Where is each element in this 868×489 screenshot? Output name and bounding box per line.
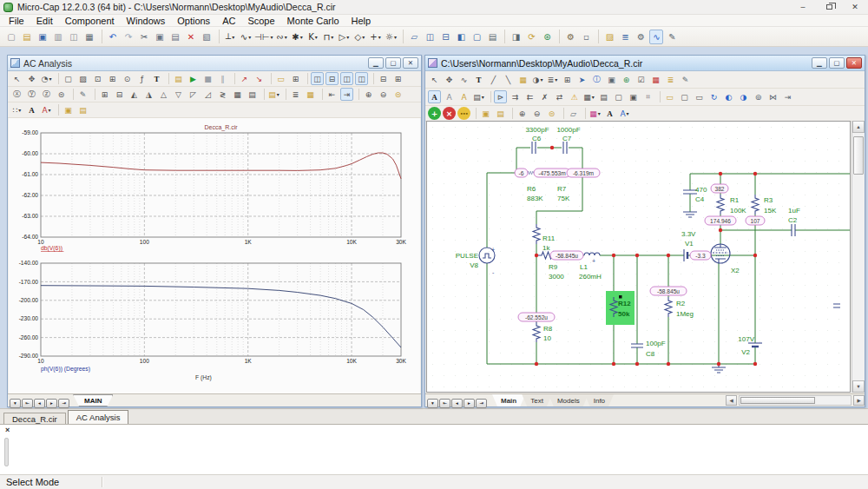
file-list-icon[interactable]: ▤ xyxy=(485,30,499,44)
zoom-out-icon[interactable]: ⊖ xyxy=(530,107,543,120)
axis-expression-label[interactable]: db(V(6)) xyxy=(41,245,62,252)
graphics-mode-icon[interactable]: ▨ xyxy=(76,72,89,85)
dropdown-arrow-icon[interactable]: ▾ xyxy=(232,34,234,40)
pan-mode-icon[interactable]: ✥ xyxy=(25,72,38,85)
show-pin-connections-icon[interactable]: ⊳ xyxy=(494,90,507,103)
function-mode-icon[interactable]: ƒ xyxy=(135,72,148,85)
dropdown-arrow-icon[interactable]: ▾ xyxy=(378,34,381,40)
component-c7[interactable]: 1000pF C7 xyxy=(556,126,580,154)
component-v8[interactable]: + - PULSE V8 xyxy=(456,247,495,275)
show-condition-icon[interactable]: ⇄ xyxy=(553,90,566,103)
overlap-windows-icon[interactable]: ◧ xyxy=(454,30,468,44)
paste-icon[interactable]: ▤ xyxy=(168,30,182,44)
last-page-button[interactable]: ⇥ xyxy=(58,399,69,408)
zoom-cursor-icon[interactable]: ⊜ xyxy=(391,88,404,101)
valley-icon[interactable]: ◮ xyxy=(142,88,155,101)
cursor-none-icon[interactable]: ◫ xyxy=(355,72,368,85)
mode-properties-icon[interactable]: ▭ xyxy=(663,90,676,103)
dropdown-arrow-icon[interactable]: ▾ xyxy=(331,34,333,40)
prev-page-button[interactable]: ◂ xyxy=(34,399,45,408)
grid-display-icon[interactable]: ▦▾ xyxy=(582,90,595,103)
dropdown-arrow-icon[interactable]: ▾ xyxy=(270,34,273,40)
run-icon[interactable]: ▶ xyxy=(187,72,200,85)
scroll-left-arrow[interactable]: ◀ xyxy=(726,395,737,406)
font-icon[interactable]: A xyxy=(25,103,38,116)
help-mode-icon[interactable]: ▣ xyxy=(605,73,618,86)
next-page-button[interactable]: ▸ xyxy=(46,399,57,408)
redo-icon[interactable]: ↷ xyxy=(122,30,135,44)
print-preview-icon[interactable]: ◫ xyxy=(67,30,81,44)
border-display-icon[interactable]: ▤ xyxy=(597,90,610,103)
opamp-component-icon[interactable]: ▷▾ xyxy=(337,30,351,44)
component-v2[interactable]: 107V V2 xyxy=(738,335,762,356)
pause-icon[interactable]: ∥ xyxy=(216,72,229,85)
new-file-icon[interactable]: ▢ xyxy=(4,30,18,44)
child-close-button[interactable]: ✕ xyxy=(403,57,418,69)
align-cursors-icon[interactable]: ⇤ xyxy=(326,88,339,101)
prev-page-button[interactable]: ◂ xyxy=(451,399,463,408)
pan-tool-icon[interactable]: ✥ xyxy=(443,73,456,86)
panel-close-icon[interactable]: × xyxy=(5,426,10,434)
grid-toggle-icon[interactable]: ⊞ xyxy=(561,73,574,86)
child-minimize-button[interactable]: ▁ xyxy=(368,57,384,69)
scroll-down-arrow[interactable]: ▼ xyxy=(852,380,865,393)
node-value-bubbles[interactable]: -6 -475.553m -6.319m -58.845u -62.552u -… xyxy=(515,169,765,321)
expand-plot-icon[interactable]: ⊞ xyxy=(391,72,404,85)
dropdown-arrow-icon[interactable]: ▾ xyxy=(49,76,51,82)
cursor-x-value-icon[interactable]: ⓧ xyxy=(10,88,23,101)
dropdown-arrow-icon[interactable]: ▾ xyxy=(248,34,251,40)
start-button-icon[interactable]: + xyxy=(428,107,441,120)
bottom-axis-icon[interactable]: ▦ xyxy=(231,88,244,101)
cursor-y-value-icon[interactable]: ⓨ xyxy=(25,88,38,101)
page-view-icon[interactable]: ▱ xyxy=(567,107,580,120)
dropdown-arrow-icon[interactable]: ▾ xyxy=(592,94,595,100)
connector-component-icon[interactable]: +▾ xyxy=(368,30,382,44)
transistor-component-icon[interactable]: K▾ xyxy=(306,30,319,44)
child-close-button[interactable]: ✕ xyxy=(846,57,862,69)
copy-window-icon[interactable]: ▤ xyxy=(76,103,89,116)
macro-component-icon[interactable]: ◇▾ xyxy=(352,30,366,44)
save-as-icon[interactable]: ▥ xyxy=(51,30,65,44)
text-mode-icon[interactable]: T xyxy=(150,72,163,85)
zoom-window-mode-icon[interactable]: ⊡ xyxy=(91,72,104,85)
ac-analysis-titlebar[interactable]: AC Analysis ▁ ▢ ✕ xyxy=(8,56,421,71)
show-current-icon[interactable]: ⇇ xyxy=(523,90,536,103)
bus-tool-icon[interactable]: ≣▾ xyxy=(546,73,559,86)
sheet-select-icon[interactable]: ▣ xyxy=(627,90,640,103)
text-attributes-icon[interactable]: A▾ xyxy=(618,107,631,120)
close-button[interactable]: ✕ xyxy=(842,0,868,14)
animation-component-icon[interactable]: ☼▾ xyxy=(384,30,398,44)
revert-icon[interactable]: ⟳ xyxy=(524,30,538,44)
menu-monte-carlo[interactable]: Monte Carlo xyxy=(281,15,345,27)
source-component-icon[interactable]: ∿▾ xyxy=(239,30,253,44)
first-page-button[interactable]: ⇤ xyxy=(22,399,33,408)
horizontal-scrollbar[interactable] xyxy=(739,395,852,406)
web-update-icon[interactable]: ⊛ xyxy=(540,30,554,44)
zoom-out-icon[interactable]: ⊖ xyxy=(377,88,390,101)
waveform-properties-icon[interactable]: ✎ xyxy=(76,88,89,101)
rotate-selection-icon[interactable]: ↻ xyxy=(707,90,720,103)
annotation-icon[interactable]: ✎ xyxy=(665,30,679,44)
high-icon[interactable]: △ xyxy=(157,88,170,101)
print-icon[interactable]: ▦ xyxy=(82,30,96,44)
global-high-icon[interactable]: ◿ xyxy=(201,88,214,101)
page-tab-models[interactable]: Models xyxy=(549,394,589,406)
show-warnings-icon[interactable]: ⚠ xyxy=(568,90,581,103)
select-region-icon[interactable]: ▧ xyxy=(200,30,214,44)
numeric-output-icon[interactable]: ≣ xyxy=(289,88,302,101)
schematic-canvas-area[interactable]: 3300pF C6 1000pF C7 470 C4 xyxy=(426,121,851,393)
go-to-x-icon[interactable]: ⊞ xyxy=(98,88,111,101)
component-r2[interactable]: R2 1Meg xyxy=(665,297,694,318)
maximize-window-icon[interactable]: ▢ xyxy=(470,30,483,44)
zoom-area-icon[interactable]: ⊜ xyxy=(545,107,558,120)
find-component-icon[interactable]: ⊚ xyxy=(752,90,765,103)
text-tool-icon[interactable]: T xyxy=(472,73,485,86)
axis-expression-label[interactable]: ph(V(6)) (Degrees) xyxy=(41,366,90,373)
undo-icon[interactable]: ↶ xyxy=(106,30,120,44)
page-tab-text[interactable]: Text xyxy=(522,394,552,406)
component-x2-tube[interactable]: X2 xyxy=(711,244,740,274)
color-palette-icon[interactable]: ▦▾ xyxy=(589,107,602,120)
browser-mode-icon[interactable]: ⊛ xyxy=(620,73,633,86)
pause-button-icon[interactable]: ⋯ xyxy=(457,107,470,120)
collapse-plot-icon[interactable]: ⊟ xyxy=(377,72,390,85)
